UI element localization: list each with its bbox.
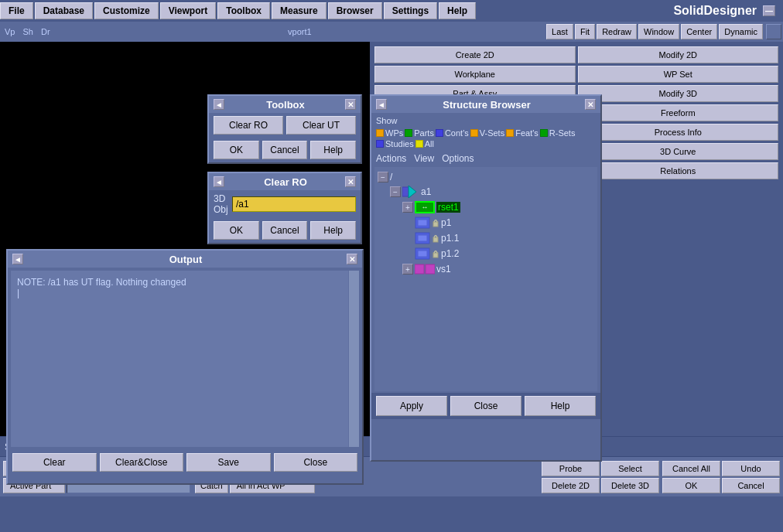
relations-button[interactable]: Relations xyxy=(578,162,779,179)
last-button[interactable]: Last xyxy=(546,24,573,39)
parts-label: Parts xyxy=(414,128,434,138)
menu-browser[interactable]: Browser xyxy=(328,2,382,19)
browser-actions-menu[interactable]: Actions xyxy=(376,153,406,164)
menu-measure[interactable]: Measure xyxy=(272,2,327,19)
app-minimize[interactable]: — xyxy=(763,5,775,16)
p1-icon xyxy=(415,217,430,229)
show-all[interactable]: All xyxy=(415,139,434,148)
show-rsets[interactable]: R-Sets xyxy=(540,128,576,138)
rset1-icon: ↔ xyxy=(415,201,435,213)
show-vsets[interactable]: V-Sets xyxy=(470,128,504,138)
vs1-icon xyxy=(415,263,435,275)
tree-p1-1[interactable]: p1.1 xyxy=(378,230,594,246)
menu-customize[interactable]: Customize xyxy=(94,2,159,19)
all-checkbox xyxy=(415,140,423,148)
output-scrollbar[interactable] xyxy=(348,271,359,447)
p11-label: p1.1 xyxy=(441,233,459,244)
menu-file[interactable]: File xyxy=(0,2,33,19)
fit-button[interactable]: Fit xyxy=(575,24,595,39)
cancel-all-button[interactable]: Cancel All xyxy=(662,461,720,476)
vsets-checkbox xyxy=(470,129,478,137)
wps-checkbox xyxy=(376,129,384,137)
ok-cancel-bottom-row: OK Cancel xyxy=(662,478,780,493)
wp-set-button[interactable]: WP Set xyxy=(578,66,779,83)
tree-a1[interactable]: − a1 xyxy=(378,184,594,200)
3d-curve-button[interactable]: 3D Curve xyxy=(578,143,779,160)
browser-minimize[interactable]: ◄ xyxy=(376,99,387,110)
probe-button[interactable]: Probe xyxy=(542,461,600,476)
rset1-expand[interactable]: + xyxy=(402,202,413,213)
clearro-3dobj-input[interactable] xyxy=(232,196,356,212)
menu-viewport[interactable]: Viewport xyxy=(160,2,216,19)
modify-3d-button[interactable]: Modify 3D xyxy=(578,85,779,102)
delete-2d-button[interactable]: Delete 2D xyxy=(542,478,600,493)
tree-rset1[interactable]: + ↔ rset1 xyxy=(378,200,594,215)
browser-help-button[interactable]: Help xyxy=(525,396,596,416)
output-text-area[interactable]: NOTE: /a1 has UT flag. Nothing changed | xyxy=(11,271,359,447)
output-save-button[interactable]: Save xyxy=(186,453,271,472)
menu-database[interactable]: Database xyxy=(35,2,93,19)
window-button[interactable]: Window xyxy=(638,24,679,39)
clearro-ok-button[interactable]: OK xyxy=(214,221,259,240)
output-close[interactable]: ✕ xyxy=(347,254,357,264)
output-clear-button[interactable]: Clear xyxy=(12,453,97,472)
bottom-ok-button[interactable]: OK xyxy=(662,478,720,493)
clearro-help-button[interactable]: Help xyxy=(310,221,356,240)
output-close-button[interactable]: Close xyxy=(274,453,358,472)
tree-p1[interactable]: p1 xyxy=(378,215,594,230)
browser-view-menu[interactable]: View xyxy=(414,153,434,164)
root-collapse[interactable]: − xyxy=(378,172,388,182)
toolbox-cancel-button[interactable]: Cancel xyxy=(262,141,308,159)
clearro-minimize[interactable]: ◄ xyxy=(214,176,224,187)
undo-button[interactable]: Undo xyxy=(722,461,780,476)
toolbox-minimize[interactable]: ◄ xyxy=(214,99,224,110)
show-studies[interactable]: Studies xyxy=(376,139,414,148)
bottom-cancel-button[interactable]: Cancel xyxy=(722,478,780,493)
tree-vs1[interactable]: + vs1 xyxy=(378,261,594,277)
svg-rect-6 xyxy=(418,235,427,241)
toolbox-ok-button[interactable]: OK xyxy=(214,141,259,159)
clear-ut-button[interactable]: Clear UT xyxy=(286,116,356,135)
browser-tree[interactable]: − / − a1 + xyxy=(374,167,597,391)
toolbox-help-button[interactable]: Help xyxy=(310,141,356,159)
show-feats[interactable]: Feat's xyxy=(506,128,539,138)
parts-checkbox xyxy=(405,129,412,137)
toolbox-main-buttons: Clear RO Clear UT xyxy=(209,113,361,138)
select-button[interactable]: Select xyxy=(601,461,659,476)
center-button[interactable]: Center xyxy=(681,24,717,39)
workplane-button[interactable]: Workplane xyxy=(374,66,576,83)
freeform-button[interactable]: Freeform xyxy=(578,104,779,121)
clearro-cancel-button[interactable]: Cancel xyxy=(262,221,308,240)
modify-2d-button[interactable]: Modify 2D xyxy=(578,46,779,63)
menu-toolbox[interactable]: Toolbox xyxy=(217,2,270,19)
show-wps[interactable]: WPs xyxy=(376,128,403,138)
toolbox-close[interactable]: ✕ xyxy=(345,99,356,110)
process-info-button[interactable]: Process Info xyxy=(578,124,779,141)
svg-rect-4 xyxy=(433,222,438,227)
vs1-expand[interactable]: + xyxy=(402,264,413,275)
a1-collapse[interactable]: − xyxy=(390,186,401,197)
menu-help[interactable]: Help xyxy=(439,2,476,19)
delete-3d-button[interactable]: Delete 3D xyxy=(601,478,659,493)
app-title: SolidDesigner — xyxy=(673,4,783,18)
dynamic-button[interactable]: Dynamic xyxy=(719,24,763,39)
wps-label: WPs xyxy=(385,128,403,138)
browser-apply-button[interactable]: Apply xyxy=(376,396,447,416)
toolbox-title: Toolbox xyxy=(226,99,345,111)
browser-close[interactable]: ✕ xyxy=(585,99,596,110)
output-note-text: NOTE: /a1 has UT flag. Nothing changed xyxy=(17,277,353,288)
output-clear-close-button[interactable]: Clear&Close xyxy=(100,453,184,472)
show-parts[interactable]: Parts xyxy=(405,128,434,138)
clearro-close[interactable]: ✕ xyxy=(345,176,356,187)
bottom-right-buttons: Probe Select Delete 2D Delete 3D xyxy=(542,461,659,493)
tree-p1-2[interactable]: p1.2 xyxy=(378,246,594,261)
browser-close-button[interactable]: Close xyxy=(450,396,521,416)
clear-ro-button[interactable]: Clear RO xyxy=(214,116,283,135)
output-window-controls: ◄ xyxy=(12,254,25,264)
redraw-button[interactable]: Redraw xyxy=(597,24,637,39)
show-conts[interactable]: Cont's xyxy=(436,128,469,138)
output-minimize[interactable]: ◄ xyxy=(12,254,23,264)
menu-settings[interactable]: Settings xyxy=(384,2,437,19)
create-2d-button[interactable]: Create 2D xyxy=(374,46,576,63)
browser-options-menu[interactable]: Options xyxy=(442,153,474,164)
